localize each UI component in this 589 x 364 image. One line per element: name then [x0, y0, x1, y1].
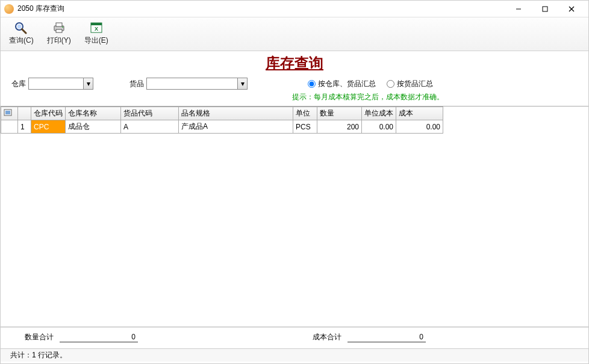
svg-rect-1: [543, 7, 547, 11]
app-icon: [4, 4, 14, 14]
window-title: 2050 库存查询: [17, 4, 505, 14]
print-button[interactable]: 打印(Y): [45, 20, 73, 47]
svg-rect-9: [56, 29, 62, 32]
excel-icon: X: [88, 21, 105, 34]
product-label: 货品: [129, 79, 144, 89]
page-title: 库存查询: [266, 55, 323, 71]
printer-icon: [51, 21, 67, 34]
svg-point-10: [62, 26, 63, 28]
qty-total-value: 0: [60, 333, 138, 342]
maximize-button[interactable]: [532, 2, 558, 16]
cost-total-label: 成本合计: [313, 332, 341, 342]
radio-by-product[interactable]: 按货品汇总: [387, 79, 433, 89]
radio-input-2[interactable]: [387, 80, 394, 88]
cost-total-value: 0: [347, 333, 426, 342]
titlebar: 2050 库存查询: [1, 1, 588, 17]
chevron-down-icon[interactable]: ▾: [237, 78, 247, 89]
cell-qty[interactable]: 200: [317, 120, 362, 134]
cell-warehouse-code[interactable]: CPC: [31, 120, 66, 134]
summary-row: 数量合计 0 成本合计 0: [1, 327, 588, 348]
export-button[interactable]: X 导出(E): [82, 20, 111, 47]
warehouse-combo[interactable]: ▾: [28, 78, 93, 90]
chevron-down-icon[interactable]: ▾: [83, 78, 93, 89]
close-button[interactable]: [558, 2, 585, 16]
product-input[interactable]: [147, 78, 237, 89]
col-warehouse-code[interactable]: 仓库代码: [31, 107, 66, 120]
col-unit[interactable]: 单位: [293, 107, 317, 120]
window-controls: [505, 2, 585, 16]
page-heading-wrap: 库存查询: [1, 51, 588, 76]
cell-warehouse-name[interactable]: 成品仓: [66, 120, 121, 134]
radio-input-1[interactable]: [308, 80, 316, 88]
warehouse-label: 仓库: [11, 79, 26, 89]
col-product-code[interactable]: 货品代码: [121, 107, 179, 120]
cell-product-code[interactable]: A: [121, 120, 179, 134]
row-number: 1: [18, 120, 31, 134]
summary-mode-group: 按仓库、货品汇总 按货品汇总: [308, 79, 433, 89]
select-all-header[interactable]: [1, 107, 18, 120]
hint-row: 提示：每月成本核算完之后，成本数据才准确。: [1, 92, 588, 106]
cell-unit-cost[interactable]: 0.00: [362, 120, 396, 134]
svg-line-6: [22, 29, 26, 34]
status-bar: 共计：1 行记录。: [1, 348, 588, 362]
hint-text: 提示：每月成本核算完之后，成本数据才准确。: [292, 92, 444, 102]
query-button[interactable]: 查询(C): [7, 20, 36, 47]
svg-point-5: [17, 25, 22, 29]
rownum-header: [18, 107, 31, 120]
minimize-button[interactable]: [505, 2, 532, 16]
col-qty[interactable]: 数量: [317, 107, 362, 120]
data-grid[interactable]: 仓库代码 仓库名称 货品代码 品名规格 单位 数量 单位成本 成本 1 CPC …: [1, 106, 588, 327]
toolbar: 查询(C) 打印(Y) X 导出(E): [1, 17, 588, 51]
col-warehouse-name[interactable]: 仓库名称: [66, 107, 121, 120]
grid-header: 仓库代码 仓库名称 货品代码 品名规格 单位 数量 单位成本 成本: [1, 107, 443, 120]
filter-row: 仓库 ▾ 货品 ▾ 按仓库、货品汇总 按货品汇总: [1, 76, 588, 92]
magnifier-icon: [13, 21, 30, 34]
print-label: 打印(Y): [47, 35, 71, 46]
radio-label-1: 按仓库、货品汇总: [318, 79, 376, 89]
cell-cost[interactable]: 0.00: [396, 120, 443, 134]
cell-product-spec[interactable]: 产成品A: [179, 120, 293, 134]
col-unit-cost[interactable]: 单位成本: [362, 107, 396, 120]
radio-label-2: 按货品汇总: [397, 79, 433, 89]
col-cost[interactable]: 成本: [396, 107, 443, 120]
cell-unit[interactable]: PCS: [293, 120, 317, 134]
record-count: 共计：1 行记录。: [5, 350, 72, 360]
warehouse-input[interactable]: [29, 78, 83, 89]
table-row[interactable]: 1 CPC 成品仓 A 产成品A PCS 200 0.00 0.00: [1, 120, 443, 134]
svg-text:X: X: [95, 26, 98, 32]
row-selector[interactable]: [1, 120, 18, 134]
radio-by-warehouse-product[interactable]: 按仓库、货品汇总: [308, 79, 376, 89]
svg-rect-15: [5, 111, 10, 114]
qty-total-label: 数量合计: [25, 332, 54, 342]
product-combo[interactable]: ▾: [146, 78, 248, 90]
query-label: 查询(C): [9, 35, 34, 46]
col-product-spec[interactable]: 品名规格: [179, 107, 293, 120]
svg-rect-8: [56, 23, 62, 26]
svg-rect-12: [91, 23, 102, 25]
export-label: 导出(E): [84, 35, 108, 46]
